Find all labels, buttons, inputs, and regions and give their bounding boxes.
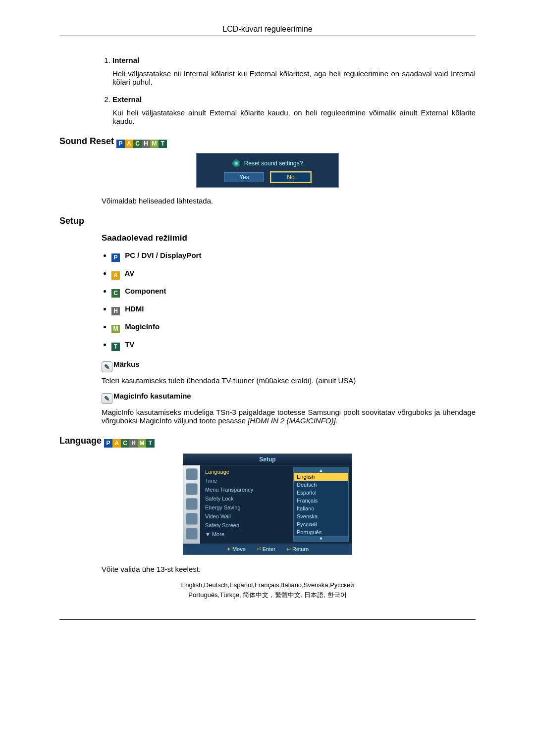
osd-lang-option-espanol[interactable]: Español bbox=[294, 489, 348, 497]
mode-badge-p-icon: P bbox=[111, 253, 120, 262]
mode-item-tv: T TV bbox=[111, 340, 476, 351]
osd-menu-item-language[interactable]: Language bbox=[205, 467, 291, 476]
mode-badge-p-icon: P bbox=[116, 140, 125, 148]
mode-badge-h-icon: H bbox=[129, 439, 138, 448]
osd-reset-no-button[interactable]: No bbox=[271, 172, 311, 182]
mode-item-label: PC / DVI / DisplayPort bbox=[123, 251, 201, 259]
note-icon: ✎ bbox=[102, 393, 112, 404]
mode-item-label: MagicInfo bbox=[123, 322, 160, 331]
osd-side-icon bbox=[186, 498, 198, 510]
osd-menu-item-video-wall[interactable]: Video Wall bbox=[205, 512, 291, 521]
section-sound-reset: Sound Reset P A C H M T bbox=[59, 136, 476, 148]
modes-heading: Saadaolevad režiimid bbox=[102, 233, 476, 243]
osd-language-options: ▲ English Deutsch Español Français Itali… bbox=[293, 467, 349, 542]
osd-foot-move: ✦Move bbox=[226, 546, 246, 553]
osd-menu-item-more[interactable]: ▼ More bbox=[205, 530, 291, 539]
info-icon bbox=[232, 159, 240, 167]
osd-reset-yes-button[interactable]: Yes bbox=[224, 172, 264, 182]
mode-item-magicinfo: M MagicInfo bbox=[111, 322, 476, 333]
magicinfo-heading: ✎MagicInfo kasutamine bbox=[102, 392, 476, 404]
osd-lang-option-italiano[interactable]: Italiano bbox=[294, 504, 348, 512]
mode-item-label: AV bbox=[123, 269, 134, 277]
osd-language-panel: Setup Language Time Menu Transparency Sa… bbox=[183, 454, 352, 555]
note-icon: ✎ bbox=[102, 361, 112, 372]
osd-menu-item-safety-lock[interactable]: Safety Lock bbox=[205, 494, 291, 503]
page-header-title: LCD-kuvari reguleerimine bbox=[59, 25, 476, 34]
mode-list: P PC / DVI / DisplayPort A AV C Componen… bbox=[102, 251, 476, 351]
mode-badge-a-icon: A bbox=[111, 271, 120, 280]
section-language: Language P A C H M T bbox=[59, 436, 476, 448]
osd-lang-option-svenska[interactable]: Svenska bbox=[294, 512, 348, 520]
osd-menu-item-transparency[interactable]: Menu Transparency bbox=[205, 485, 291, 494]
language-list-line2: Português,Türkçe, 简体中文，繁體中文, 日本語, 한국어 bbox=[59, 590, 476, 600]
mode-badge-m-icon: M bbox=[150, 140, 159, 148]
mode-badge-a-icon: A bbox=[112, 439, 121, 448]
mode-badge-p-icon: P bbox=[104, 439, 112, 448]
list-item-title: Internal bbox=[112, 56, 139, 64]
osd-lang-option-deutsch[interactable]: Deutsch bbox=[294, 481, 348, 489]
list-item-external: External Kui heli väljastatakse ainult E… bbox=[112, 95, 476, 125]
mode-badge-a-icon: A bbox=[125, 140, 133, 148]
return-icon: ↩ bbox=[286, 546, 291, 552]
osd-reset-question: Reset sound settings? bbox=[244, 160, 303, 167]
mode-badge-c-icon: C bbox=[121, 439, 129, 448]
osd-lang-option-francais[interactable]: Français bbox=[294, 497, 348, 504]
osd-menu-item-energy-saving[interactable]: Energy Saving bbox=[205, 503, 291, 512]
osd-menu-list: Language Time Menu Transparency Safety L… bbox=[205, 467, 291, 542]
language-list-image: English,Deutsch,Español,Français,Italian… bbox=[59, 580, 476, 600]
mode-badge-row: P A C H M T bbox=[104, 439, 155, 448]
mode-badge-t-icon: T bbox=[111, 343, 120, 351]
mode-item-component: C Component bbox=[111, 287, 476, 298]
language-list-line1: English,Deutsch,Español,Français,Italian… bbox=[59, 580, 476, 590]
osd-lang-option-english[interactable]: English bbox=[294, 473, 348, 481]
mode-badge-t-icon: T bbox=[159, 140, 167, 148]
osd-footer: ✦Move ⏎Enter ↩Return bbox=[183, 544, 352, 554]
note-heading: ✎Märkus bbox=[102, 360, 476, 372]
list-item-title: External bbox=[112, 95, 142, 103]
enter-icon: ⏎ bbox=[257, 546, 261, 552]
mode-item-label: Component bbox=[123, 287, 166, 295]
magicinfo-body: MagicInfo kasutamiseks mudeliga TSn-3 pa… bbox=[102, 408, 476, 425]
osd-side-icon bbox=[186, 528, 198, 540]
osd-foot-return: ↩Return bbox=[286, 546, 309, 553]
osd-reset-dialog: Reset sound settings? Yes No bbox=[196, 153, 339, 188]
magicinfo-body-italic: [HDMI IN 2 (MAGICINFO)] bbox=[248, 416, 336, 425]
note-label: Märkus bbox=[113, 360, 140, 368]
language-desc: Võite valida ühe 13-st keelest. bbox=[102, 565, 476, 573]
mode-item-label: TV bbox=[123, 340, 134, 349]
osd-menu-item-time[interactable]: Time bbox=[205, 476, 291, 485]
osd-side-icons bbox=[183, 465, 200, 544]
osd-foot-enter: ⏎Enter bbox=[257, 546, 275, 553]
sound-reset-desc: Võimaldab heliseaded lähtestada. bbox=[102, 197, 476, 205]
osd-side-icon bbox=[186, 468, 198, 480]
osd-language-title: Setup bbox=[183, 454, 352, 465]
mode-item-pc: P PC / DVI / DisplayPort bbox=[111, 251, 476, 262]
mode-badge-m-icon: M bbox=[138, 439, 146, 448]
header-rule bbox=[59, 36, 476, 36]
osd-menu-item-safety-screen[interactable]: Safety Screen bbox=[205, 521, 291, 530]
list-item-body: Heli väljastatakse nii Internal kõlarist… bbox=[112, 69, 476, 86]
numbered-list: Internal Heli väljastatakse nii Internal… bbox=[102, 56, 476, 125]
osd-side-icon bbox=[186, 483, 198, 495]
mode-badge-t-icon: T bbox=[146, 439, 155, 448]
osd-side-icon bbox=[186, 513, 198, 525]
mode-item-av: A AV bbox=[111, 269, 476, 280]
mode-item-hdmi: H HDMI bbox=[111, 304, 476, 315]
note-body: Teleri kasutamiseks tuleb ühendada TV-tu… bbox=[102, 376, 476, 385]
mode-badge-row: P A C H M T bbox=[116, 140, 167, 148]
osd-lang-option-russian[interactable]: Русский bbox=[294, 520, 348, 528]
scroll-down-icon[interactable]: ▼ bbox=[294, 536, 348, 541]
mode-item-label: HDMI bbox=[123, 304, 144, 313]
section-setup: Setup bbox=[59, 216, 476, 226]
move-icon: ✦ bbox=[226, 546, 231, 552]
section-language-label: Language bbox=[59, 436, 104, 446]
list-item-body: Kui heli väljastatakse ainult External k… bbox=[112, 108, 476, 125]
osd-lang-option-portugues[interactable]: Português bbox=[294, 528, 348, 536]
scroll-up-icon[interactable]: ▲ bbox=[294, 468, 348, 473]
mode-badge-c-icon: C bbox=[133, 140, 142, 148]
section-sound-reset-label: Sound Reset bbox=[59, 136, 114, 146]
magicinfo-body-suffix: . bbox=[336, 416, 338, 425]
list-item-internal: Internal Heli väljastatakse nii Internal… bbox=[112, 56, 476, 86]
mode-badge-h-icon: H bbox=[142, 140, 150, 148]
mode-badge-c-icon: C bbox=[111, 289, 120, 298]
